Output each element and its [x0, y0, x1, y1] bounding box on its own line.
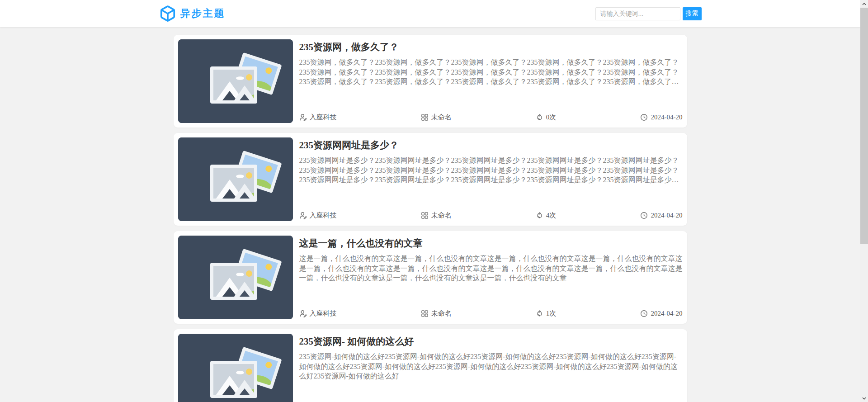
- post-views: 1次: [536, 309, 557, 318]
- post-category[interactable]: 未命名: [421, 211, 452, 220]
- post-title[interactable]: 235资源网- 如何做的这么好: [299, 336, 683, 347]
- post-excerpt: 这是一篇，什么也没有的文章这是一篇，什么也没有的文章这是一篇，什么也没有的文章这…: [299, 254, 683, 283]
- scrollbar-thumb[interactable]: [860, 8, 868, 244]
- clock-icon: [640, 212, 648, 219]
- search-button[interactable]: 搜索: [683, 7, 702, 20]
- scroll-down-icon[interactable]: [860, 394, 868, 402]
- grid-icon: [421, 212, 429, 219]
- post-date: 2024-04-20: [640, 310, 682, 317]
- brand-logo[interactable]: 异步主题: [159, 5, 226, 22]
- flame-icon: [536, 310, 543, 317]
- post-excerpt: 235资源网网址是多少？235资源网网址是多少？235资源网网址是多少？235资…: [299, 156, 683, 185]
- post-thumbnail[interactable]: [178, 137, 293, 221]
- post-date: 2024-04-20: [640, 212, 682, 219]
- browser-scrollbar[interactable]: [860, 0, 868, 402]
- post-date: 2024-04-20: [640, 114, 682, 121]
- grid-icon: [421, 310, 429, 317]
- post-thumbnail[interactable]: [178, 334, 293, 402]
- post-card[interactable]: 235资源网，做多久了？ 235资源网，做多久了？235资源网，做多久了？235…: [174, 35, 687, 128]
- flame-icon: [536, 212, 543, 219]
- post-category[interactable]: 未命名: [421, 113, 452, 122]
- brand-title[interactable]: 异步主题: [180, 7, 226, 20]
- post-author: 入座科技: [299, 309, 337, 318]
- post-author: 入座科技: [299, 211, 337, 220]
- grid-icon: [421, 114, 429, 121]
- post-meta: 入座科技 未命名 0次 2024-04-20: [299, 113, 683, 123]
- user-edit-icon: [299, 114, 307, 121]
- clock-icon: [640, 114, 648, 121]
- post-card[interactable]: 这是一篇，什么也没有的文章 这是一篇，什么也没有的文章这是一篇，什么也没有的文章…: [174, 231, 687, 324]
- post-list: 235资源网，做多久了？ 235资源网，做多久了？235资源网，做多久了？235…: [174, 35, 687, 402]
- search-bar: 搜索: [595, 7, 702, 20]
- post-title[interactable]: 这是一篇，什么也没有的文章: [299, 238, 683, 249]
- post-views: 0次: [536, 113, 557, 122]
- post-meta: 入座科技 未命名 1次 2024-04-20: [299, 309, 683, 319]
- clock-icon: [640, 310, 648, 317]
- cube-icon: [159, 5, 176, 22]
- user-edit-icon: [299, 212, 307, 219]
- site-header: 异步主题 搜索: [0, 0, 860, 27]
- scroll-up-icon[interactable]: [860, 0, 868, 8]
- post-card[interactable]: 235资源网- 如何做的这么好 235资源网-如何做的这么好235资源网-如何做…: [174, 329, 687, 402]
- post-category[interactable]: 未命名: [421, 309, 452, 318]
- post-excerpt: 235资源网，做多久了？235资源网，做多久了？235资源网，做多久了？235资…: [299, 57, 683, 87]
- post-thumbnail[interactable]: [178, 236, 293, 319]
- post-excerpt: 235资源网-如何做的这么好235资源网-如何做的这么好235资源网-如何做的这…: [299, 352, 683, 381]
- post-author: 入座科技: [299, 113, 337, 122]
- flame-icon: [536, 114, 543, 121]
- post-thumbnail[interactable]: [178, 39, 293, 123]
- post-title[interactable]: 235资源网，做多久了？: [299, 42, 683, 53]
- post-meta: 入座科技 未命名 4次 2024-04-20: [299, 211, 683, 221]
- user-edit-icon: [299, 310, 307, 317]
- post-views: 4次: [536, 211, 557, 220]
- search-input[interactable]: [595, 7, 680, 20]
- post-title[interactable]: 235资源网网址是多少？: [299, 140, 683, 151]
- post-card[interactable]: 235资源网网址是多少？ 235资源网网址是多少？235资源网网址是多少？235…: [174, 133, 687, 226]
